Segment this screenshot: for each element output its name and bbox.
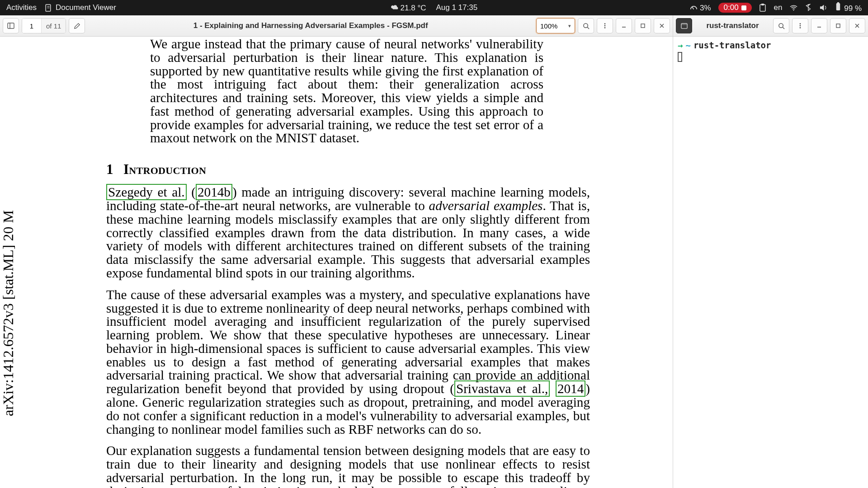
terminal-menu-button[interactable] — [792, 18, 808, 33]
svg-rect-4 — [760, 5, 765, 11]
activities-button[interactable]: Activities — [6, 3, 37, 12]
minimize-button[interactable] — [616, 18, 632, 33]
svg-rect-5 — [761, 4, 764, 5]
sidebar-toggle-button[interactable] — [3, 18, 19, 33]
cloud-icon — [391, 3, 398, 11]
document-title: 1 - Explaining and Harnessing Adversaria… — [88, 21, 533, 30]
gnome-top-bar: Activities Document Viewer 21.8 °C Aug 1… — [0, 0, 868, 15]
battery-icon — [835, 3, 842, 10]
terminal-title: rust-translator — [695, 21, 770, 30]
citation-link[interactable]: 2014b — [196, 184, 232, 200]
pdf-page: We argue instead that the primary cause … — [106, 37, 590, 488]
document-viewer-window: of 11 1 - Explaining and Harnessing Adve… — [0, 15, 673, 488]
pomodoro-timer[interactable]: 0:00 — [718, 3, 752, 13]
app-menu[interactable]: Document Viewer — [45, 3, 116, 12]
app-menu-label: Document Viewer — [56, 3, 116, 12]
citation-link[interactable]: Szegedy et al. — [106, 184, 187, 200]
sidebar-icon — [7, 22, 14, 29]
svg-rect-17 — [641, 24, 645, 28]
terminal-tab-icon — [681, 23, 688, 29]
svg-line-12 — [587, 27, 589, 29]
close-icon — [659, 23, 665, 28]
svg-point-24 — [800, 23, 801, 24]
svg-point-26 — [800, 27, 801, 28]
keyboard-layout[interactable]: en — [774, 3, 783, 12]
terminal-window: rust-translator → ~ rust-translator — [673, 15, 868, 488]
volume-icon[interactable] — [820, 4, 827, 12]
svg-point-15 — [604, 27, 606, 28]
terminal-cursor — [678, 52, 682, 62]
weather-indicator[interactable]: 21.8 °C — [391, 3, 426, 13]
terminal-maximize-button[interactable] — [830, 18, 846, 33]
svg-rect-8 — [837, 2, 839, 4]
svg-point-25 — [800, 25, 801, 27]
clipboard-icon[interactable] — [759, 4, 767, 12]
prompt-cwd: rust-translator — [693, 40, 771, 50]
svg-point-11 — [583, 23, 587, 27]
paragraph-3: Our explanation suggests a fundamental t… — [106, 444, 590, 488]
prompt-arrow-icon: → — [678, 40, 683, 50]
chevron-down-icon: ▾ — [566, 23, 573, 29]
bluetooth-icon[interactable] — [805, 4, 812, 12]
close-button[interactable] — [654, 18, 670, 33]
new-tab-button[interactable] — [676, 18, 692, 33]
page-total-label: of 11 — [41, 19, 66, 33]
page-number-box: of 11 — [22, 18, 66, 33]
document-viewer-icon — [45, 4, 52, 12]
abstract-text: We argue instead that the primary cause … — [150, 38, 543, 145]
arxiv-stamp: arXiv:1412.6572v3 [stat.ML] 20 M — [0, 210, 17, 416]
svg-line-3 — [692, 7, 693, 9]
search-button[interactable] — [578, 18, 594, 33]
terminal-minimize-button[interactable] — [811, 18, 827, 33]
svg-point-13 — [604, 23, 606, 24]
terminal-body[interactable]: → ~ rust-translator — [673, 37, 868, 488]
cpu-indicator[interactable]: 3% — [690, 3, 711, 13]
citation-link[interactable]: Srivastava et al., — [454, 380, 550, 397]
page-current-input[interactable] — [22, 19, 41, 33]
stop-icon — [741, 5, 746, 10]
citation-link[interactable]: 2014 — [556, 380, 585, 397]
svg-rect-21 — [681, 23, 687, 25]
zoom-input[interactable] — [540, 22, 566, 30]
maximize-button[interactable] — [635, 18, 651, 33]
kebab-icon — [602, 23, 608, 29]
minimize-icon — [621, 23, 627, 28]
close-icon — [854, 23, 860, 28]
search-icon — [583, 23, 590, 29]
terminal-search-button[interactable] — [773, 18, 789, 33]
zoom-selector[interactable]: ▾ — [536, 18, 575, 33]
svg-point-6 — [793, 9, 794, 10]
svg-point-14 — [604, 25, 606, 27]
search-icon — [778, 23, 785, 29]
paragraph-1: Szegedy et al. (2014b) made an intriguin… — [106, 186, 590, 280]
svg-point-22 — [778, 23, 783, 27]
terminal-close-button[interactable] — [849, 18, 865, 33]
maximize-icon — [640, 23, 646, 28]
paragraph-2: The cause of these adversarial examples … — [106, 288, 590, 436]
menu-button[interactable] — [597, 18, 613, 33]
battery-indicator[interactable]: 99 % — [835, 3, 862, 13]
wifi-icon[interactable] — [790, 4, 797, 12]
section-1-heading: 1Introduction — [106, 161, 590, 178]
prompt-tilde: ~ — [685, 40, 690, 50]
terminal-prompt: → ~ rust-translator — [678, 40, 863, 50]
kebab-icon — [797, 23, 803, 29]
gauge-icon — [690, 3, 698, 11]
svg-rect-9 — [8, 23, 14, 28]
clock[interactable]: Aug 1 17:35 — [436, 3, 477, 12]
pencil-icon — [74, 23, 80, 29]
document-viewer-headerbar: of 11 1 - Explaining and Harnessing Adve… — [0, 15, 673, 37]
svg-line-23 — [783, 27, 784, 29]
svg-rect-28 — [836, 24, 840, 28]
maximize-icon — [835, 23, 841, 28]
annotate-button[interactable] — [69, 18, 85, 33]
document-body[interactable]: arXiv:1412.6572v3 [stat.ML] 20 M We argu… — [0, 37, 673, 488]
svg-rect-7 — [836, 3, 840, 10]
minimize-icon — [816, 23, 822, 28]
terminal-headerbar: rust-translator — [673, 15, 868, 37]
